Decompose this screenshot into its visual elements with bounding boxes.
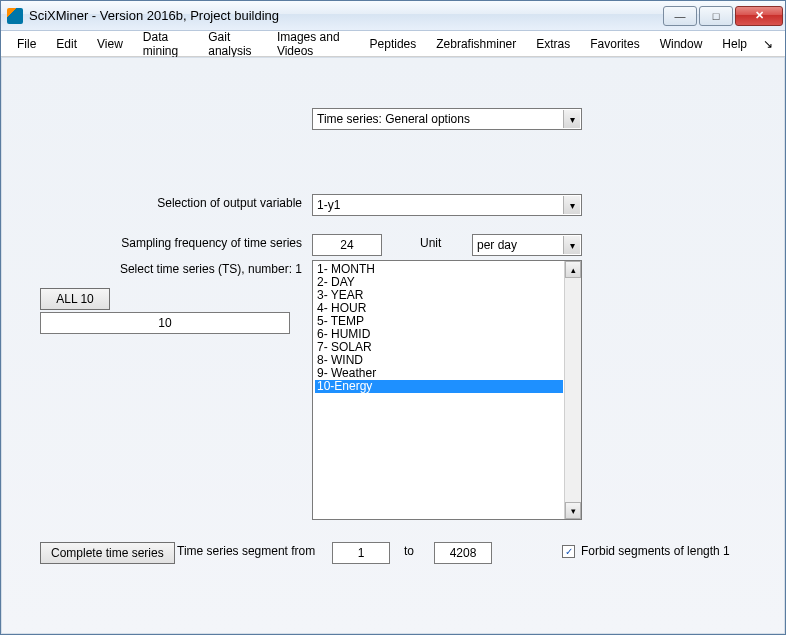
menu-file[interactable]: File xyxy=(7,33,46,55)
titlebar: SciXMiner - Version 2016b, Project build… xyxy=(1,1,785,31)
scroll-up-icon[interactable]: ▴ xyxy=(565,261,581,278)
menu-view[interactable]: View xyxy=(87,33,133,55)
unit-label: Unit xyxy=(420,236,441,250)
chevron-down-icon[interactable] xyxy=(563,196,580,214)
segment-from-input[interactable] xyxy=(332,542,390,564)
menu-help[interactable]: Help xyxy=(712,33,757,55)
chevron-down-icon[interactable] xyxy=(563,110,580,128)
forbid-segments-checkbox[interactable]: ✓ xyxy=(562,545,575,558)
ts-item[interactable]: 10-Energy xyxy=(315,380,563,393)
scroll-down-icon[interactable]: ▾ xyxy=(565,502,581,519)
menu-zebrafishminer[interactable]: Zebrafishminer xyxy=(426,33,526,55)
menu-extras[interactable]: Extras xyxy=(526,33,580,55)
segment-to-label: to xyxy=(404,544,414,558)
app-window: SciXMiner - Version 2016b, Project build… xyxy=(0,0,786,635)
segment-to-input[interactable] xyxy=(434,542,492,564)
unit-value: per day xyxy=(477,238,517,252)
minimize-button[interactable]: — xyxy=(663,6,697,26)
chevron-down-icon[interactable] xyxy=(563,236,580,254)
count-input[interactable] xyxy=(40,312,290,334)
category-dropdown-value: Time series: General options xyxy=(317,112,470,126)
segment-from-label: Time series segment from xyxy=(177,544,315,558)
menubar: File Edit View Data mining Gait analysis… xyxy=(1,31,785,57)
menu-overflow-icon[interactable]: ↘ xyxy=(757,33,779,55)
maximize-button[interactable]: □ xyxy=(699,6,733,26)
sampling-frequency-input[interactable] xyxy=(312,234,382,256)
close-button[interactable]: ✕ xyxy=(735,6,783,26)
complete-time-series-button[interactable]: Complete time series xyxy=(40,542,175,564)
sampling-frequency-label: Sampling frequency of time series xyxy=(121,236,302,250)
output-variable-label: Selection of output variable xyxy=(157,196,302,210)
window-title: SciXMiner - Version 2016b, Project build… xyxy=(29,8,661,23)
forbid-segments-label: Forbid segments of length 1 xyxy=(581,544,730,558)
menu-edit[interactable]: Edit xyxy=(46,33,87,55)
select-ts-label: Select time series (TS), number: 1 xyxy=(120,262,302,276)
all-button[interactable]: ALL 10 xyxy=(40,288,110,310)
category-dropdown[interactable]: Time series: General options xyxy=(312,108,582,130)
output-variable-dropdown[interactable]: 1-y1 xyxy=(312,194,582,216)
output-variable-value: 1-y1 xyxy=(317,198,340,212)
menu-peptides[interactable]: Peptides xyxy=(360,33,427,55)
listbox-scrollbar[interactable]: ▴ ▾ xyxy=(564,261,581,519)
time-series-listbox[interactable]: 1- MONTH2- DAY3- YEAR4- HOUR5- TEMP6- HU… xyxy=(312,260,582,520)
menu-window[interactable]: Window xyxy=(650,33,713,55)
unit-dropdown[interactable]: per day xyxy=(472,234,582,256)
app-icon xyxy=(7,8,23,24)
menu-favorites[interactable]: Favorites xyxy=(580,33,649,55)
client-area: Time series: General options Selection o… xyxy=(1,57,785,634)
